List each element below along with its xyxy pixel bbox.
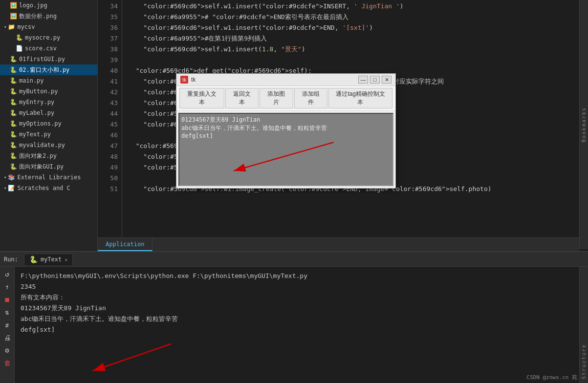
bottom-tabs: Run: 🐍 myText ✕ [0, 252, 588, 267]
sidebar-item[interactable]: ▾📚External Libraries [0, 172, 97, 183]
line-number: 49 [102, 162, 118, 173]
svg-line-1 [234, 142, 333, 170]
sidebar-item[interactable]: 🐍myLabel.py [0, 107, 97, 118]
tk-minimize-button[interactable]: — [358, 76, 368, 84]
bottom-output: F:\pythonitems\myGUI\.env\Scripts\python… [15, 267, 579, 383]
code-line: "color:#569cd6">self.w1.insert("color:#9… [128, 22, 582, 33]
sidebar-item[interactable]: 🐍myButton.py [0, 86, 97, 97]
sidebar-item[interactable]: ▾📁mycsv [0, 21, 97, 32]
sort-button[interactable]: ⇅ [2, 307, 13, 318]
tk-btn-add-widget[interactable]: 添加组件 [294, 88, 327, 108]
line-number: 50 [102, 173, 118, 184]
line-number: 42 [102, 87, 118, 98]
app-tab-application[interactable]: Application [98, 238, 152, 251]
tk-title: tk [191, 76, 196, 83]
structure-bar: Structure [579, 267, 588, 383]
output-line: 01234567景天89 JignTian [21, 303, 573, 314]
run-tab-close[interactable]: ✕ [65, 257, 67, 262]
run-tab-label: myText [41, 256, 62, 263]
code-line: "color:#569cd6">self.w1.insert("color:#9… [128, 1, 582, 12]
tk-maximize-button[interactable]: □ [370, 76, 380, 84]
line-number: 51 [102, 184, 118, 194]
line-number: 44 [102, 108, 118, 119]
output-line: abc锄禾日当午，汗滴禾下土。谁知盘中餐，粒粒皆辛苦 [21, 314, 573, 324]
tk-btn-repeat-insert[interactable]: 重复插入文本 [179, 88, 224, 108]
rerun-button[interactable]: ↺ [2, 269, 13, 279]
sidebar-item[interactable]: 🖼️数据分析.png [0, 11, 97, 21]
bottom-panel: Run: 🐍 myText ✕ ↺ ↑ ■ ⇅ ⇵ 🖨 ⚙ 🗑 F:\pytho… [0, 251, 588, 383]
sidebar-item[interactable]: 📄score.csv [0, 43, 97, 54]
sidebar-item[interactable]: 🐍面向对象2.py [0, 150, 97, 161]
app-tab-label: Application [106, 241, 144, 248]
sidebar-item[interactable]: 🐍myvalidate.py [0, 140, 97, 150]
line-numbers: 343536373839404142434445464748495051 [98, 0, 122, 251]
line-number: 38 [102, 44, 118, 55]
line-number: 48 [102, 151, 118, 162]
watermark: CSDN @znwx.cn 苑 [526, 374, 577, 381]
sidebar-item[interactable]: 🐍02.窗口大小和.py [0, 64, 97, 75]
tk-titlebar: tk tk — □ ✕ [176, 74, 395, 86]
line-number: 37 [102, 33, 118, 44]
tk-btn-return-text[interactable]: 返回文本 [225, 88, 259, 108]
line-number: 39 [102, 55, 118, 65]
tk-toolbar: 重复插入文本 返回文本 添加图片 添加组件 通过tag精确控制文本 [176, 86, 395, 111]
sidebar-item[interactable]: ▾📝Scratches and C [0, 183, 97, 193]
sidebar-item[interactable]: 🖼️logo.jpg [0, 0, 97, 11]
bottom-content: ↺ ↑ ■ ⇅ ⇵ 🖨 ⚙ 🗑 F:\pythonitems\myGUI\.en… [0, 267, 588, 383]
delete-button[interactable]: 🗑 [2, 358, 13, 368]
tk-body: 01234567景天89 JignTianabc锄禾日当午，汗滴禾下土。谁知盘中… [176, 111, 395, 188]
sidebar-item[interactable]: 🐍myEntry.py [0, 97, 97, 107]
bottom-left-toolbar: ↺ ↑ ■ ⇅ ⇵ 🖨 ⚙ 🗑 [0, 267, 15, 383]
main-container: 🖼️logo.jpg🖼️数据分析.png▾📁mycsv🐍mysocre.py📄s… [0, 0, 588, 383]
structure-label: Structure [581, 344, 587, 379]
watermark-text: CSDN @znwx.cn 苑 [526, 374, 577, 381]
tk-text-content: 01234567景天89 JignTianabc锄禾日当午，汗滴禾下土。谁知盘中… [181, 116, 391, 139]
sidebar-item[interactable]: 🐍myText.py [0, 129, 97, 140]
line-number: 40 [102, 65, 118, 76]
code-line: "color:#6a9955">#在第1行插第9列插入 [128, 33, 582, 44]
sidebar-item[interactable]: 🐍01firstGUI.py [0, 54, 97, 64]
code-line: "color:#6a9955"># "color:#9cdcfe">END索引号… [128, 12, 582, 22]
tk-icon: tk [180, 76, 188, 84]
bookmarks-bar: Bookmarks [579, 0, 588, 249]
scroll-up-button[interactable]: ↑ [2, 281, 13, 292]
sidebar-item[interactable]: 🐍myOptions.py [0, 118, 97, 129]
line-number: 35 [102, 12, 118, 22]
output-line: 2345 [21, 281, 573, 292]
line-number: 47 [102, 141, 118, 151]
tk-btn-tag-control[interactable]: 通过tag精确控制文本 [328, 88, 392, 108]
app-tab-bar: Application [98, 237, 579, 251]
line-number: 45 [102, 119, 118, 130]
tk-btn-add-image[interactable]: 添加图片 [260, 88, 293, 108]
output-line: 所有文本内容： [21, 292, 573, 303]
line-number: 46 [102, 130, 118, 141]
run-tab[interactable]: 🐍 myText ✕ [24, 254, 73, 265]
code-line: "color:#569cd6">self.w1.insert(1.8, "景天"… [128, 44, 582, 55]
output-line: defg[sxt] [21, 324, 573, 335]
tk-close-button[interactable]: ✕ [382, 76, 392, 84]
line-number: 43 [102, 98, 118, 108]
tk-text-area[interactable]: 01234567景天89 JignTianabc锄禾日当午，汗滴禾下土。谁知盘中… [178, 113, 393, 186]
tk-titlebar-controls[interactable]: — □ ✕ [358, 76, 392, 84]
tk-window[interactable]: tk tk — □ ✕ 重复插入文本 返回文本 添加图片 添加组件 通过tag精… [176, 73, 396, 189]
stop-button[interactable]: ■ [2, 294, 13, 305]
line-number: 36 [102, 22, 118, 33]
bookmarks-label: Bookmarks [581, 107, 587, 142]
top-area: 🖼️logo.jpg🖼️数据分析.png▾📁mycsv🐍mysocre.py📄s… [0, 0, 588, 251]
sort2-button[interactable]: ⇵ [2, 319, 13, 330]
line-number: 41 [102, 76, 118, 87]
code-line [128, 55, 582, 65]
sidebar-item[interactable]: 🐍mysocre.py [0, 32, 97, 43]
print-button[interactable]: 🖨 [2, 332, 13, 343]
sidebar: 🖼️logo.jpg🖼️数据分析.png▾📁mycsv🐍mysocre.py📄s… [0, 0, 98, 251]
sidebar-item[interactable]: 🐍面向对象GUI.py [0, 161, 97, 172]
line-number: 34 [102, 1, 118, 12]
sidebar-item[interactable]: 🐍main.py [0, 75, 97, 86]
editor-area: 343536373839404142434445464748495051 "co… [98, 0, 588, 251]
settings-button[interactable]: ⚙ [2, 345, 13, 356]
run-label: Run: [4, 256, 18, 263]
output-line: F:\pythonitems\myGUI\.env\Scripts\python… [21, 271, 573, 281]
